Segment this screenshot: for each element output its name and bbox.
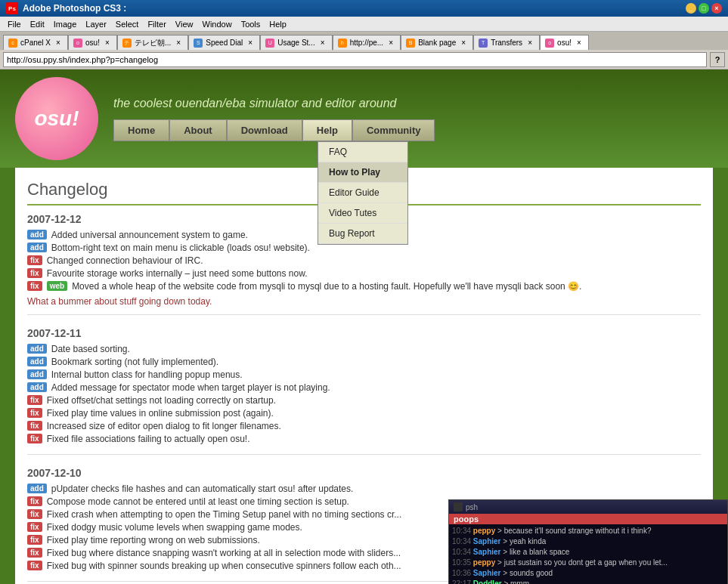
changelog-text: Fixed crash when attempting to open the …: [47, 509, 402, 520]
tab-transfers[interactable]: T Transfers ×: [473, 35, 540, 50]
chat-content: poops 10:34 peppy > because it'll sound …: [449, 514, 727, 584]
tab-blank[interactable]: B Blank page ×: [401, 35, 473, 50]
tab-usage[interactable]: U Usage St... ×: [260, 35, 332, 50]
tab-favicon: S: [194, 39, 203, 48]
badge-add: add: [27, 230, 47, 239]
changelog-date: 2007-12-11: [27, 327, 701, 339]
dropdown-how-to-play[interactable]: How to Play: [318, 162, 407, 183]
changelog-text: Moved a whole heap of the website code f…: [72, 281, 581, 292]
tab-osu-active[interactable]: o osu! ×: [540, 35, 589, 50]
changelog-item: fix Fixed file associations failing to a…: [27, 434, 701, 444]
badge-add: add: [27, 484, 47, 493]
tab-osu1[interactable]: o osu! ×: [68, 35, 117, 50]
ps-menubar: File Edit Image Layer Select Filter View…: [0, 17, 728, 32]
tab-label: テレビ朝...: [135, 38, 171, 48]
nav-download[interactable]: Download: [227, 119, 302, 141]
browser-help-button[interactable]: ?: [710, 52, 725, 67]
dropdown-video-tutes[interactable]: Video Tutes: [318, 203, 407, 224]
tab-close-icon[interactable]: ×: [575, 39, 584, 48]
changelog-item: add pUpdater checks file hashes and can …: [27, 484, 701, 494]
tab-cpanel[interactable]: c cPanel X ×: [3, 35, 68, 50]
changelog-text: Compose mode cannot be entered until at …: [47, 496, 349, 507]
badge-add: add: [27, 382, 47, 392]
changelog-text: pUpdater checks file hashes and can auto…: [51, 484, 354, 494]
badge-web: web: [47, 281, 67, 291]
menu-image[interactable]: Image: [49, 18, 82, 30]
tab-speeddial[interactable]: S Speed Dial ×: [188, 35, 260, 50]
tab-http[interactable]: h http://pe... ×: [333, 35, 401, 50]
tab-favicon: c: [8, 39, 17, 48]
chat-icon: [454, 502, 463, 511]
changelog-text: Internal button class for handling popup…: [51, 369, 243, 380]
minimize-button[interactable]: _: [686, 3, 696, 14]
changelog-item: add Added message for spectator mode whe…: [27, 382, 701, 393]
changelog-text: Fixed offset/chat settings not loading c…: [47, 395, 276, 406]
changelog-text: Date based sorting.: [51, 344, 130, 354]
badge-fix: fix: [27, 561, 42, 570]
nav-about[interactable]: About: [169, 119, 227, 141]
badge-fix: fix: [27, 509, 42, 519]
menu-help[interactable]: Help: [265, 18, 291, 30]
ps-titlebar: Ps Adobe Photoshop CS3 : _ □ ×: [0, 0, 728, 17]
chat-line: 10:34 Saphier > like a blank space: [452, 547, 724, 558]
tab-label: Blank page: [418, 39, 456, 47]
address-bar-row: ?: [0, 50, 728, 70]
chat-panel: psh poops 10:34 peppy > because it'll so…: [448, 499, 728, 584]
osu-header-right: the coolest ouendan/eba simulator and ed…: [113, 97, 713, 141]
menu-select[interactable]: Select: [111, 18, 144, 30]
badge-fix: fix: [27, 496, 42, 506]
tab-tv[interactable]: テ テレビ朝... ×: [117, 35, 188, 50]
tab-close-icon[interactable]: ×: [318, 39, 327, 48]
osu-tagline: the coolest ouendan/eba simulator and ed…: [113, 97, 713, 110]
tab-favicon: h: [338, 39, 347, 48]
menu-window[interactable]: Window: [198, 18, 237, 30]
chat-line: 10:34 peppy > because it'll sound strang…: [452, 526, 724, 536]
tab-label: cPanel X: [20, 39, 51, 47]
chat-title: psh: [466, 503, 478, 511]
chat-titlebar: psh: [449, 500, 727, 514]
menu-edit[interactable]: Edit: [26, 18, 49, 30]
tab-label: Usage St...: [277, 39, 314, 47]
changelog-entry-2: 2007-12-11 add Date based sorting. add B…: [27, 327, 701, 455]
menu-view[interactable]: View: [171, 18, 198, 30]
osu-nav: Home About Download Help Community FAQ H…: [113, 119, 713, 141]
tab-close-icon[interactable]: ×: [386, 39, 395, 48]
badge-fix: fix: [27, 408, 42, 418]
changelog-text: Bottom-right text on main menu is clicka…: [51, 243, 310, 253]
tab-close-icon[interactable]: ×: [246, 39, 255, 48]
changelog-item: fix Increased size of editor open dialog…: [27, 421, 701, 431]
address-input[interactable]: [3, 52, 707, 67]
chat-line: 10:35 peppy > just sustain so you dont g…: [452, 558, 724, 568]
browser-content: osu! the coolest ouendan/eba simulator a…: [0, 70, 728, 584]
nav-community[interactable]: Community: [352, 119, 435, 141]
nav-home[interactable]: Home: [113, 119, 169, 141]
changelog-note: What a bummer about stuff going down tod…: [27, 296, 701, 307]
badge-add: add: [27, 357, 47, 366]
badge-add: add: [27, 243, 47, 252]
menu-tools[interactable]: Tools: [237, 18, 265, 30]
nav-help[interactable]: Help: [302, 119, 352, 141]
menu-file[interactable]: File: [3, 18, 26, 30]
dropdown-editor-guide[interactable]: Editor Guide: [318, 183, 407, 203]
help-dropdown-menu: FAQ How to Play Editor Guide Video Tutes…: [318, 141, 408, 245]
chat-messages: 10:34 peppy > because it'll sound strang…: [449, 524, 727, 584]
chat-line: 22:17 Doddler > mmm: [452, 579, 724, 584]
tab-close-icon[interactable]: ×: [459, 39, 468, 48]
tab-favicon: o: [73, 39, 82, 48]
changelog-item: add Bookmark sorting (not fully implemen…: [27, 357, 701, 367]
dropdown-faq[interactable]: FAQ: [318, 142, 407, 162]
maximize-button[interactable]: □: [699, 3, 709, 14]
tab-close-icon[interactable]: ×: [103, 39, 112, 48]
dropdown-bug-report[interactable]: Bug Report: [318, 224, 407, 244]
tab-close-icon[interactable]: ×: [54, 39, 63, 48]
tab-label: osu!: [557, 39, 572, 47]
menu-filter[interactable]: Filter: [143, 18, 170, 30]
badge-fix: fix: [27, 548, 42, 558]
close-button[interactable]: ×: [711, 3, 722, 14]
menu-layer[interactable]: Layer: [81, 18, 111, 30]
window-controls[interactable]: _ □ ×: [686, 3, 722, 14]
tab-close-icon[interactable]: ×: [174, 39, 183, 48]
badge-add: add: [27, 369, 47, 379]
tab-close-icon[interactable]: ×: [525, 39, 534, 48]
tab-favicon: U: [265, 39, 274, 48]
